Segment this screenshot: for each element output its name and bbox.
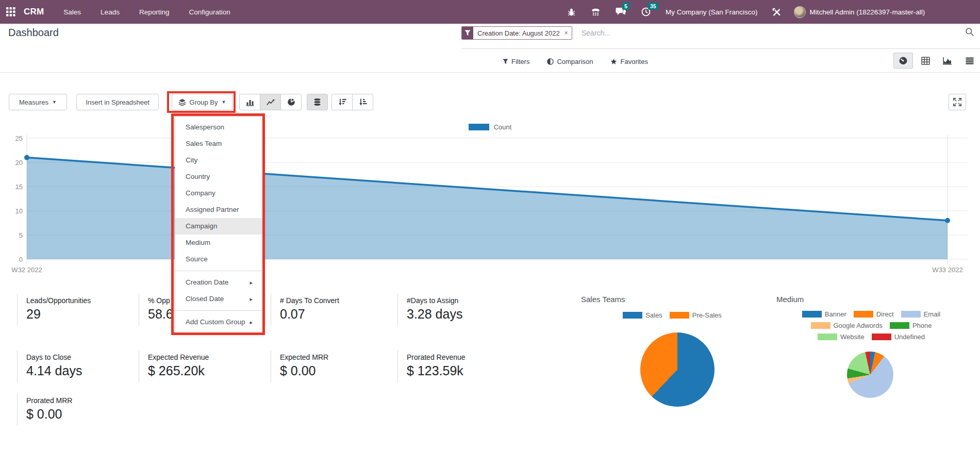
sales-legend-item[interactable]: Pre-Sales	[670, 311, 722, 319]
filters-button[interactable]: Filters	[503, 58, 529, 65]
medium-legend-item[interactable]: Direct	[854, 310, 894, 318]
medium-legend-item[interactable]: Website	[818, 333, 865, 341]
search-facet[interactable]: Creation Date: August 2022 ×	[461, 26, 572, 40]
legend-label: Sales	[645, 311, 662, 319]
menu-divider	[175, 271, 263, 271]
medium-legend-item[interactable]: Banner	[802, 310, 846, 318]
kpi-value: 3.28 days	[407, 307, 516, 322]
menu-item-salesperson[interactable]: Salesperson	[175, 119, 263, 136]
bar-chart-button[interactable]	[239, 94, 260, 110]
messages-badge: 5	[622, 3, 629, 10]
expand-icon	[953, 98, 961, 106]
medium-legend: BannerDirectEmailGoogle AdwordsPhoneWebs…	[786, 310, 956, 341]
menu-item-closed-date[interactable]: Closed Date▸	[175, 291, 263, 307]
svg-text:25: 25	[15, 135, 23, 142]
page-title: Dashboard	[8, 27, 59, 39]
pivot-view-button[interactable]	[916, 53, 935, 69]
dashboard-view-button[interactable]	[893, 53, 913, 69]
nav-menu-leads[interactable]: Leads	[101, 8, 120, 16]
kpi-value: 4.14 days	[26, 363, 136, 378]
search-icon[interactable]	[965, 27, 974, 39]
menu-item-sales-team[interactable]: Sales Team	[175, 136, 263, 152]
nav-menu-reporting[interactable]: Reporting	[139, 8, 170, 16]
legend-swatch	[670, 312, 689, 319]
legend-swatch	[854, 311, 873, 318]
sales-legend-item[interactable]: Sales	[623, 311, 662, 319]
gauge-icon	[899, 56, 908, 65]
menu-item-creation-date[interactable]: Creation Date▸	[175, 274, 263, 291]
insert-in-spreadsheet-button[interactable]: Insert in Spreadsheet	[76, 94, 159, 110]
svg-text:20: 20	[15, 159, 23, 166]
comparison-button[interactable]: Comparison	[547, 58, 593, 65]
list-view-button[interactable]	[960, 53, 979, 69]
menu-item-country[interactable]: Country	[175, 169, 263, 185]
user-menu[interactable]: Mitchell Admin (18226397-master-all)	[810, 8, 925, 16]
menu-item-assigned-partner[interactable]: Assigned Partner	[175, 202, 263, 218]
submenu-arrow-icon: ▸	[250, 274, 253, 291]
layers-icon	[178, 98, 186, 106]
pie-chart-button[interactable]	[280, 94, 302, 110]
menu-item-city[interactable]: City	[175, 152, 263, 169]
medium-legend-item[interactable]: Phone	[890, 322, 932, 329]
medium-legend-item[interactable]: Undefined	[872, 333, 925, 341]
app-name[interactable]: CRM	[24, 7, 44, 17]
facet-label: Creation Date: August 2022	[473, 27, 564, 39]
medium-legend-item[interactable]: Google Adwords	[811, 322, 883, 329]
menu-item-medium[interactable]: Medium	[175, 235, 263, 251]
favorites-button[interactable]: Favorites	[610, 58, 647, 65]
svg-text:5: 5	[19, 231, 23, 239]
kpi-label: Expected Revenue	[148, 353, 257, 361]
menu-item-source[interactable]: Source	[175, 251, 263, 268]
activity-badge: 35	[648, 3, 658, 10]
caret-down-icon: ▼	[52, 99, 57, 105]
tools-icon[interactable]	[772, 7, 782, 17]
kpi-label: Leads/Opportunities	[26, 296, 136, 305]
kpi-expected-revenue: Expected Revenue $ 265.20k	[139, 351, 257, 382]
stacked-toggle-button[interactable]	[307, 94, 328, 110]
messages-icon[interactable]: 5	[616, 7, 626, 16]
sales-teams-title: Sales Teams	[581, 295, 625, 304]
kpi-value: 0.07	[280, 307, 389, 322]
menu-item-add-custom-group[interactable]: Add Custom Group▸	[175, 314, 263, 330]
sort-ascending-button[interactable]	[352, 94, 373, 110]
sales-pie[interactable]	[640, 332, 715, 407]
activity-clock-icon[interactable]: 35	[641, 7, 651, 16]
legend-swatch	[802, 311, 822, 318]
medium-pie[interactable]	[847, 352, 893, 398]
line-chart-button[interactable]	[260, 94, 281, 110]
sort-descending-button[interactable]	[331, 94, 353, 110]
measures-button[interactable]: Measures▼	[9, 94, 67, 110]
menu-item-campaign[interactable]: Campaign	[175, 218, 263, 235]
sort-asc-icon	[359, 98, 367, 106]
apps-grid-icon[interactable]	[6, 7, 15, 16]
medium-title: Medium	[776, 295, 804, 304]
legend-swatch	[872, 334, 891, 340]
funnel-icon	[462, 27, 473, 39]
facet-remove-icon[interactable]: ×	[564, 27, 572, 39]
list-icon	[966, 57, 974, 64]
graph-view-button[interactable]	[938, 53, 957, 69]
legend-swatch	[623, 312, 642, 319]
line-chart[interactable]: 0510152025W32 2022W33 2022	[0, 111, 980, 281]
caret-down-icon: ▼	[222, 99, 226, 105]
nav-menu-sales[interactable]: Sales	[63, 8, 81, 16]
kpi-prorated-revenue: Prorated Revenue $ 123.59k	[397, 351, 516, 382]
kpi-label: #Days to Assign	[407, 296, 516, 305]
voip-phone-icon[interactable]	[591, 7, 601, 16]
search-input[interactable]	[582, 27, 881, 39]
menu-item-company[interactable]: Company	[175, 185, 263, 202]
medium-legend-item[interactable]: Email	[901, 310, 941, 318]
kpi-label: Expected MRR	[280, 353, 389, 361]
expand-button[interactable]	[949, 94, 966, 110]
kpi-value: $ 0.00	[280, 363, 389, 378]
line-chart-icon	[267, 98, 275, 106]
user-avatar[interactable]	[794, 6, 806, 18]
group-by-button[interactable]: Group By▼	[172, 94, 232, 110]
kpi-label: Days to Close	[26, 353, 136, 361]
kpi-leads-opportunities: Leads/Opportunities 29	[17, 294, 136, 326]
nav-menu-configuration[interactable]: Configuration	[189, 8, 230, 16]
group-by-menu: Salesperson Sales Team City Country Comp…	[175, 116, 263, 333]
pivot-grid-icon	[921, 57, 930, 65]
bug-icon[interactable]	[567, 8, 576, 16]
company-switcher[interactable]: My Company (San Francisco)	[666, 8, 758, 16]
